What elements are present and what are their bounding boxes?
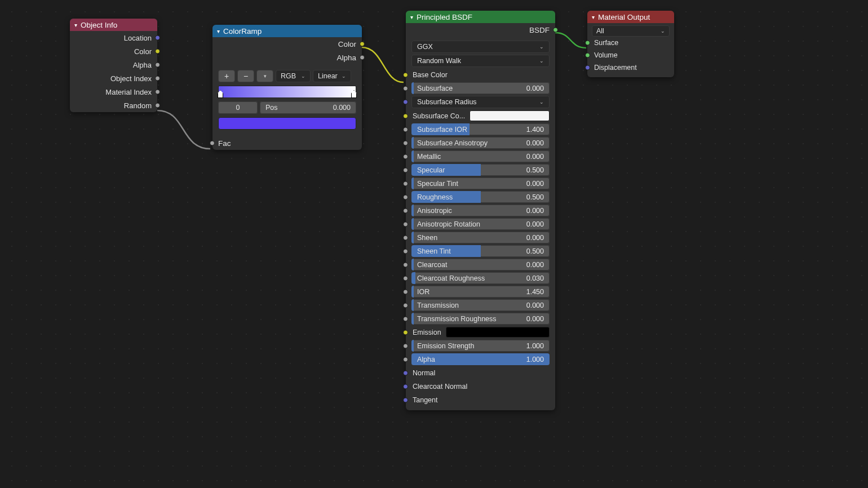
prop-transmission_roughness[interactable]: Transmission Roughness0.000 (411, 313, 550, 325)
socket-in[interactable] (403, 113, 408, 118)
ramp-handle-0[interactable] (218, 90, 223, 98)
ramp-handle-1[interactable] (351, 90, 357, 98)
socket-in-float[interactable] (210, 141, 215, 146)
socket-in[interactable] (403, 127, 408, 132)
subsurface-method-select[interactable]: Random Walk ⌄ (411, 55, 550, 67)
prop-transmission[interactable]: Transmission0.000 (411, 299, 550, 311)
output-color: Color (212, 37, 362, 51)
prop-emission_strength[interactable]: Emission Strength1.000 (411, 340, 550, 352)
chevron-down-icon: ⌄ (661, 28, 665, 34)
socket-in[interactable] (403, 303, 408, 308)
distribution-select[interactable]: GGX ⌄ (411, 41, 550, 53)
chevron-down-icon: ▾ (410, 14, 413, 20)
input-surface: Surface (592, 37, 670, 49)
socket-in[interactable] (403, 208, 408, 213)
socket-in[interactable] (403, 330, 408, 335)
socket-in[interactable] (403, 194, 408, 199)
socket-in[interactable] (403, 357, 408, 362)
socket-in[interactable] (403, 235, 408, 240)
node-color-ramp[interactable]: ▾ ColorRamp Color Alpha + − ▾ RGB ⌄ Line… (212, 25, 362, 150)
node-material-output[interactable]: ▾ Material Output All ⌄ Surface Volume D… (587, 11, 674, 77)
node-header[interactable]: ▾ ColorRamp (212, 25, 362, 37)
socket-out-float[interactable] (155, 90, 160, 95)
socket-out-vector[interactable] (155, 36, 160, 41)
socket-out-float[interactable] (155, 63, 160, 68)
input-volume: Volume (592, 49, 670, 61)
socket-in[interactable] (403, 384, 408, 389)
prop-sheen_tint[interactable]: Sheen Tint0.500 (411, 245, 550, 257)
interpolation-select[interactable]: Linear ⌄ (313, 70, 351, 82)
socket-in[interactable] (403, 289, 408, 294)
emission-color-swatch[interactable] (446, 327, 550, 338)
socket-out-float[interactable] (155, 103, 160, 108)
subsurface-radius-select[interactable]: Subsurface Radius⌄ (411, 96, 550, 108)
prop-sheen[interactable]: Sheen0.000 (411, 232, 550, 243)
socket-in[interactable] (403, 167, 408, 172)
prop-specular[interactable]: Specular0.500 (411, 164, 550, 176)
socket-out-shader[interactable] (553, 28, 558, 33)
subsurface-color-swatch[interactable] (470, 110, 550, 121)
socket-in-shader[interactable] (585, 53, 590, 58)
socket-out-color[interactable] (360, 42, 365, 47)
socket-in[interactable] (403, 316, 408, 321)
node-object-info[interactable]: ▾ Object Info Location Color Alpha Objec… (70, 19, 157, 112)
prop-clearcoat_roughness[interactable]: Clearcoat Roughness0.030 (411, 272, 550, 284)
socket-in[interactable] (403, 276, 408, 281)
stop-position-field[interactable]: Pos 0.000 (260, 101, 356, 114)
plus-icon: + (224, 72, 229, 81)
input-base-color: Base Color (411, 69, 550, 81)
socket-out-float[interactable] (155, 76, 160, 81)
node-header[interactable]: ▾ Principled BSDF (406, 11, 555, 23)
socket-out-float[interactable] (360, 55, 365, 60)
socket-out-color[interactable] (155, 49, 160, 54)
stop-color-swatch[interactable] (218, 117, 356, 130)
prop-ior[interactable]: IOR1.450 (411, 286, 550, 298)
output-bsdf: BSDF (406, 23, 555, 37)
chevron-down-icon: ▾ (74, 22, 77, 28)
ramp-menu-button[interactable]: ▾ (256, 70, 273, 82)
prop-anisotropic_rotation[interactable]: Anisotropic Rotation0.000 (411, 218, 550, 230)
prop-subsurface_anisotropy[interactable]: Subsurface Anisotropy0.000 (411, 137, 550, 149)
socket-in[interactable] (403, 397, 408, 402)
prop-specular_tint[interactable]: Specular Tint0.000 (411, 178, 550, 189)
socket-in[interactable] (403, 221, 408, 227)
remove-stop-button[interactable]: − (237, 70, 254, 82)
socket-in[interactable] (403, 249, 408, 254)
add-stop-button[interactable]: + (218, 70, 235, 82)
socket-in-shader[interactable] (585, 41, 590, 46)
socket-in[interactable] (403, 140, 408, 145)
socket-in[interactable] (403, 181, 408, 186)
output-location: Location (70, 31, 157, 45)
prop-subsurface_ior[interactable]: Subsurface IOR1.400 (411, 123, 550, 135)
output-target-select[interactable]: All ⌄ (592, 25, 670, 37)
prop-alpha[interactable]: Alpha1.000 (411, 353, 550, 365)
stop-index-field[interactable]: 0 (218, 101, 258, 114)
prop-metallic[interactable]: Metallic0.000 (411, 150, 550, 162)
socket-in[interactable] (403, 86, 408, 91)
node-principled-bsdf[interactable]: ▾ Principled BSDF BSDF GGX ⌄ Random Walk… (406, 11, 555, 410)
socket-in-vector[interactable] (585, 65, 590, 70)
prop-anisotropic[interactable]: Anisotropic0.000 (411, 205, 550, 216)
prop-clearcoat[interactable]: Clearcoat0.000 (411, 259, 550, 270)
chevron-down-icon: ▾ (592, 14, 595, 20)
chevron-down-icon: ▾ (264, 73, 267, 79)
node-header[interactable]: ▾ Material Output (587, 11, 674, 23)
socket-in[interactable] (403, 262, 408, 267)
input-clearcoat_normal: Clearcoat Normal (411, 380, 550, 392)
input-displacement: Displacement (592, 61, 670, 74)
node-header[interactable]: ▾ Object Info (70, 19, 157, 31)
output-random: Random (70, 99, 157, 112)
color-ramp-gradient[interactable] (218, 86, 356, 98)
output-alpha: Alpha (212, 51, 362, 64)
socket-in[interactable] (403, 154, 408, 159)
prop-roughness[interactable]: Roughness0.500 (411, 191, 550, 203)
prop-subsurface[interactable]: Subsurface0.000 (411, 82, 550, 94)
chevron-down-icon: ⌄ (539, 99, 544, 105)
input-fac: Fac (212, 136, 362, 150)
color-mode-select[interactable]: RGB ⌄ (276, 70, 311, 82)
socket-in[interactable] (403, 370, 408, 375)
socket-in[interactable] (403, 100, 408, 105)
node-title: Principled BSDF (417, 13, 472, 21)
socket-in-color[interactable] (403, 72, 408, 77)
socket-in[interactable] (403, 343, 408, 348)
